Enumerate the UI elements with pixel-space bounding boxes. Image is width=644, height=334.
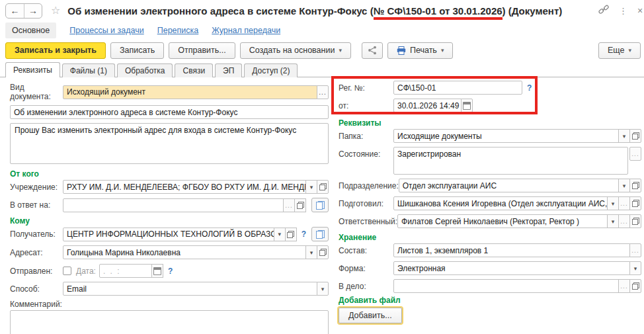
addressee-label: Адресат:	[10, 248, 63, 257]
method-dropdown-button[interactable]: ▾	[317, 282, 329, 296]
method-field[interactable]: Email	[63, 282, 317, 296]
nav-item-transfer-log[interactable]: Журнал передачи	[212, 26, 280, 35]
sent-date-calendar-button[interactable]	[151, 264, 163, 278]
nav-item-correspondence[interactable]: Переписка	[157, 26, 199, 35]
body-text-field[interactable]: Прошу Вас изменить электронный адрес для…	[10, 123, 329, 164]
command-toolbar: Записать и закрыть Записать Отправить...…	[0, 41, 644, 60]
in-case-open-button[interactable]	[629, 279, 641, 293]
doc-kind-field[interactable]: Исходящий документ	[63, 85, 317, 99]
recipient-copy-button[interactable]	[311, 227, 329, 241]
forward-button[interactable]: →	[24, 4, 42, 18]
prepared-by-dropdown-button[interactable]: ▾	[607, 196, 619, 210]
recipient-field[interactable]: ЦЕНТР ИНФОРМАЦИОННЫХ ТЕХНОЛОГИЙ В ОБРАЗО…	[63, 228, 274, 241]
open-icon	[287, 231, 294, 238]
department-dropdown-button[interactable]: ▾	[618, 179, 630, 192]
composition-choose-button[interactable]: ...	[629, 243, 641, 257]
recipient-dropdown-button[interactable]: ▾	[274, 228, 286, 241]
recipient-open-button[interactable]	[285, 228, 297, 241]
prepared-by-choose-button[interactable]: ...	[618, 196, 630, 210]
share-button[interactable]	[362, 42, 383, 59]
right-form-column: Рег. №: СФ\150-01 ? от: 30.01.2026 14:49…	[334, 77, 641, 323]
reg-date-field[interactable]: 30.01.2026 14:49	[393, 99, 462, 112]
chevron-down-icon: ▾	[628, 47, 631, 54]
page-title: Об изменении электронного адреса в систе…	[67, 5, 562, 17]
composition-label: Состав:	[339, 246, 393, 255]
composition-field[interactable]: Листов 1, экземпляров 1	[393, 243, 630, 257]
state-field[interactable]: Зарегистрирован	[393, 147, 628, 175]
left-form-column: Вид документа: Исходящий документ ... Об…	[7, 77, 329, 334]
tab-access[interactable]: Доступ (2)	[244, 63, 298, 77]
send-button[interactable]: Отправить...	[169, 42, 235, 59]
title-suffix: ) (Документ)	[503, 5, 563, 17]
tab-signature[interactable]: ЭП	[215, 63, 242, 77]
open-icon	[632, 182, 639, 189]
sent-date-field[interactable]: . . :	[99, 264, 152, 278]
folder-label: Папка:	[339, 132, 393, 141]
link-icon[interactable]	[598, 5, 609, 17]
responsible-choose-button[interactable]: ...	[618, 214, 630, 228]
subject-field[interactable]: Об изменении электронного адреса в систе…	[10, 105, 329, 119]
responsible-open-button[interactable]	[629, 214, 641, 228]
tab-requisites[interactable]: Реквизиты	[5, 62, 60, 77]
recipient-help-icon[interactable]: ?	[302, 230, 306, 239]
responsible-field[interactable]: Филатов Сергей Николаевич (Ректорат, Рек…	[397, 214, 608, 228]
prepared-by-field[interactable]: Шишканова Ксения Игоревна (Отдел эксплуа…	[393, 196, 608, 210]
nav-item-main[interactable]: Основное	[5, 22, 56, 38]
tab-links[interactable]: Связи	[175, 63, 213, 77]
in-case-choose-button[interactable]: ...	[618, 279, 630, 293]
nav-item-processes-tasks[interactable]: Процессы и задачи	[69, 26, 143, 35]
institution-open-button[interactable]	[317, 180, 329, 194]
in-reply-to-copy-button[interactable]	[311, 198, 329, 212]
favorite-star-icon[interactable]: ☆	[51, 5, 60, 16]
in-case-field[interactable]	[393, 279, 619, 293]
in-reply-to-field[interactable]	[63, 198, 284, 212]
open-icon	[632, 200, 639, 207]
department-field[interactable]: Отдел эксплуатации АИС	[399, 179, 619, 192]
more-menu-icon[interactable]: ⋮	[619, 6, 627, 16]
chevron-down-icon: ▾	[441, 47, 444, 54]
state-choose-button[interactable]: ...	[629, 147, 641, 161]
print-button[interactable]: Печать▾	[387, 42, 453, 59]
form-label: Форма:	[339, 264, 393, 273]
more-button[interactable]: Еще▾	[598, 42, 641, 59]
sent-help-icon[interactable]: ?	[168, 267, 173, 276]
open-icon	[632, 132, 639, 140]
responsible-label: Ответственный:	[339, 217, 397, 226]
prepared-by-label: Подготовил:	[339, 199, 393, 208]
folder-open-button[interactable]	[629, 129, 641, 143]
comment-field[interactable]	[10, 310, 329, 334]
department-open-button[interactable]	[629, 179, 641, 192]
responsible-dropdown-button[interactable]: ▾	[607, 214, 619, 228]
addressee-open-button[interactable]	[317, 245, 329, 259]
addressee-dropdown-button[interactable]: ▾	[305, 245, 317, 259]
close-icon[interactable]: ×	[637, 5, 643, 16]
add-file-button[interactable]: Добавить...	[339, 308, 402, 323]
in-reply-to-open-button[interactable]	[294, 198, 306, 212]
calendar-icon	[153, 267, 161, 275]
tab-files[interactable]: Файлы (1)	[62, 63, 115, 77]
form-dropdown-button[interactable]: ▾	[629, 261, 641, 275]
reg-date-calendar-button[interactable]	[461, 99, 473, 112]
sent-checkbox[interactable]	[63, 267, 71, 275]
addressee-field[interactable]: Голицына Марина Николаевна	[63, 245, 306, 259]
folder-field[interactable]: Исходящие документы	[393, 129, 619, 143]
back-button[interactable]: ←	[6, 4, 24, 18]
open-icon	[319, 249, 327, 256]
section-nav: Основное Процессы и задачи Переписка Жур…	[0, 21, 644, 40]
prepared-by-open-button[interactable]	[629, 196, 641, 210]
save-and-close-button[interactable]: Записать и закрыть	[5, 42, 106, 59]
reg-number-help-icon[interactable]: ?	[527, 83, 532, 93]
save-button[interactable]: Записать	[110, 42, 164, 59]
in-reply-to-choose-button[interactable]: ...	[283, 198, 295, 212]
sent-date-label: Дата:	[76, 267, 96, 276]
folder-dropdown-button[interactable]: ▾	[618, 129, 630, 143]
create-based-on-button[interactable]: Создать на основании▾	[240, 42, 351, 59]
form-field[interactable]: Электронная	[393, 261, 630, 275]
tab-processing[interactable]: Обработка	[117, 63, 173, 77]
doc-kind-choose-button[interactable]: ...	[317, 85, 329, 99]
open-icon	[632, 218, 639, 225]
institution-field[interactable]: РХТУ ИМ. Д.И. МЕНДЕЛЕЕВА; ФГБОУ ВО РХТУ …	[63, 180, 306, 194]
reg-number-field[interactable]: СФ\150-01	[393, 81, 522, 95]
department-label: Подразделение:	[339, 181, 399, 190]
institution-dropdown-button[interactable]: ▾	[305, 180, 317, 194]
